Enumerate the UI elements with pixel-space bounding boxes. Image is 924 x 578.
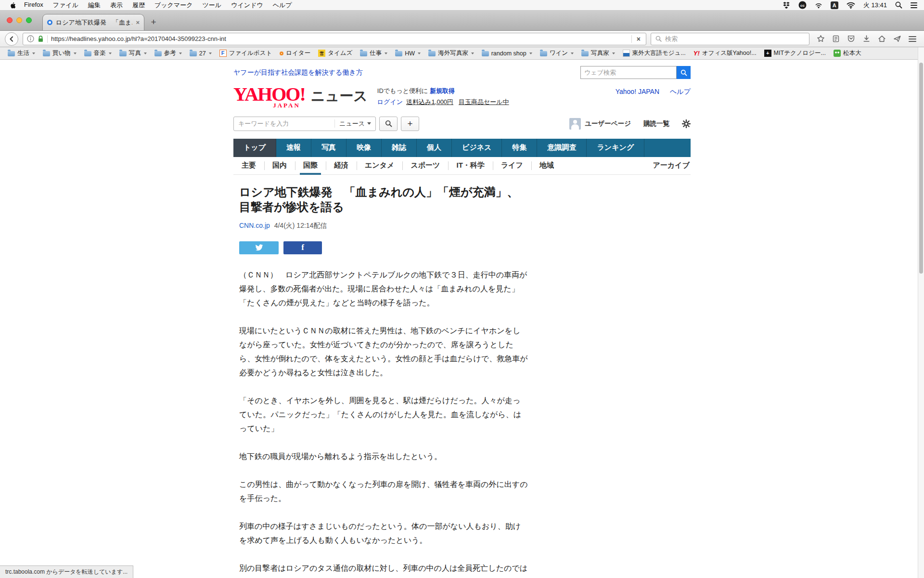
search-bar[interactable]: 検索 (651, 33, 809, 45)
url-bar[interactable]: https://headlines.yahoo.co.jp/hl?a=20170… (23, 33, 646, 45)
keyword-input[interactable] (234, 120, 334, 127)
news-search-button[interactable] (379, 117, 398, 131)
bookmark-item[interactable]: ファイルポスト (216, 47, 276, 59)
subcategory-tab[interactable]: 地域 (531, 157, 562, 174)
bookmark-star-icon[interactable] (817, 35, 825, 43)
help-link[interactable]: ヘルプ (670, 88, 691, 96)
subcategory-tab[interactable]: スポーツ (402, 157, 448, 174)
news-tab[interactable]: トップ (233, 139, 276, 157)
subcategory-tab[interactable]: IT・科学 (448, 157, 492, 174)
input-source-icon[interactable]: A (831, 1, 838, 9)
close-window-button[interactable] (7, 17, 13, 23)
browser-tab[interactable]: ロシア地下鉄爆発 「血ま... × (42, 14, 144, 30)
yahoo-japan-link[interactable]: Yahoo! JAPAN (616, 88, 659, 96)
tab-close-icon[interactable]: × (136, 19, 140, 26)
user-page-link[interactable]: ユーザーページ (569, 118, 631, 130)
search-category-dropdown[interactable]: ニュース (334, 119, 375, 128)
url-text[interactable]: https://headlines.yahoo.co.jp/hl?a=20170… (51, 35, 628, 42)
bookmark-item[interactable]: 生活 (4, 47, 39, 59)
menubar-item[interactable]: ブックマーク (150, 1, 198, 10)
spotlight-search-icon[interactable] (895, 1, 902, 9)
bookmark-item[interactable]: 写真 (116, 47, 151, 59)
bookmark-item[interactable]: random shop (478, 47, 536, 59)
login-link[interactable]: ログイン (377, 98, 403, 105)
bookmark-item[interactable]: 東外大言語モジュ... (619, 47, 690, 59)
menubar-item[interactable]: ウインドウ (226, 1, 268, 10)
topline-promo-link[interactable]: ヤフーが目指す社会課題を解決する働き方 (233, 68, 363, 77)
subcategory-tab[interactable]: 経済 (326, 157, 357, 174)
news-tab[interactable]: ビジネス (452, 139, 502, 157)
keyword-search-box[interactable]: ニュース (233, 117, 376, 131)
menubar-clock[interactable]: 火 13:41 (863, 1, 887, 10)
bookmark-item[interactable]: ロイター (276, 47, 314, 59)
news-tab[interactable]: 雑誌 (382, 139, 417, 157)
stop-button[interactable]: × (635, 35, 642, 43)
news-tab[interactable]: 個人 (417, 139, 452, 157)
notification-center-icon[interactable] (911, 2, 917, 8)
news-tab[interactable]: 写真 (311, 139, 346, 157)
news-tab[interactable]: 映像 (346, 139, 382, 157)
subcategory-tab[interactable]: 主要 (233, 157, 264, 174)
bookmark-item[interactable]: MITテクノロジー... (760, 47, 830, 59)
web-search-button[interactable] (677, 66, 691, 79)
web-search-input[interactable] (580, 66, 677, 79)
settings-gear-icon[interactable] (682, 119, 691, 128)
menubar-item[interactable]: ヘルプ (268, 1, 297, 10)
subcategory-tab[interactable]: エンタメ (357, 157, 402, 174)
bookmark-item[interactable]: HW (391, 47, 424, 59)
menubar-item[interactable]: 表示 (105, 1, 128, 10)
scrollbar-thumb[interactable] (919, 63, 923, 274)
bookmark-item[interactable]: 音楽 (80, 47, 116, 59)
subcategory-tab[interactable]: 国際 (295, 157, 326, 174)
facebook-share-button[interactable]: f (283, 241, 322, 254)
menubar-item[interactable]: 履歴 (128, 1, 150, 10)
bookmark-item[interactable]: 買い物 (39, 47, 80, 59)
menubar-item[interactable]: 編集 (83, 1, 105, 10)
menubar-item[interactable]: Firefox (19, 1, 48, 10)
bookmark-item[interactable]: 参考 (151, 47, 186, 59)
bookmark-item[interactable]: ワイン (536, 47, 578, 59)
menubar-item[interactable]: ファイル (48, 1, 83, 10)
menu-hamburger-icon[interactable] (909, 36, 916, 42)
news-tab[interactable]: 意識調査 (537, 139, 587, 157)
promo-link-shipping[interactable]: 送料込み1,000円 (406, 98, 453, 105)
promo-link-sale[interactable]: 目玉商品セール中 (459, 98, 509, 105)
menubar-item[interactable]: ツール (197, 1, 226, 10)
article-source-link[interactable]: CNN.co.jp (239, 222, 270, 229)
bookmark-item[interactable]: タイムズ (314, 47, 356, 59)
bookmark-item[interactable]: 写真家 (578, 47, 619, 59)
page-info-icon[interactable] (27, 35, 34, 42)
register-id-link[interactable]: 新規取得 (430, 87, 455, 94)
subcategory-tab[interactable]: ライフ (493, 157, 531, 174)
twitter-share-button[interactable] (239, 241, 279, 254)
news-tab[interactable]: ランキング (587, 139, 644, 157)
dropbox-icon[interactable] (783, 1, 790, 9)
news-tab[interactable]: 特集 (502, 139, 537, 157)
bookmark-item[interactable]: オフィス版Yahoo!... (690, 47, 760, 59)
add-tab-button[interactable]: + (401, 117, 419, 131)
bookmark-item[interactable]: 海外写真家 (424, 47, 478, 59)
pocket-icon[interactable] (847, 35, 855, 43)
https-lock-icon[interactable] (38, 35, 44, 42)
bookmark-item[interactable]: 27 (186, 47, 216, 59)
downloads-icon[interactable] (862, 35, 871, 43)
news-tab[interactable]: 速報 (276, 139, 311, 157)
yahoo-news-logo[interactable]: YAHOO! JAPAN ニュース (233, 86, 368, 103)
wifi-icon[interactable] (847, 2, 855, 9)
creative-cloud-icon[interactable]: cc (798, 1, 807, 9)
send-tab-icon[interactable] (893, 35, 901, 43)
zoom-window-button[interactable] (26, 17, 32, 23)
scrollbar-track[interactable] (918, 47, 924, 578)
subcategory-tab[interactable]: 国内 (264, 157, 295, 174)
keyboard-wifi-icon[interactable] (815, 2, 822, 9)
archive-link[interactable]: アーカイブ (653, 161, 691, 170)
back-button[interactable] (5, 32, 18, 46)
home-icon[interactable] (878, 35, 886, 43)
bookmark-item[interactable]: 仕事 (356, 47, 391, 59)
minimize-window-button[interactable] (16, 17, 22, 23)
apple-menu-icon[interactable] (7, 1, 19, 9)
bookmark-item[interactable]: 松本大 (830, 47, 865, 59)
subscriptions-link[interactable]: 購読一覧 (643, 119, 669, 128)
new-tab-button[interactable]: + (146, 16, 161, 28)
bookmarks-menu-icon[interactable] (832, 35, 840, 43)
